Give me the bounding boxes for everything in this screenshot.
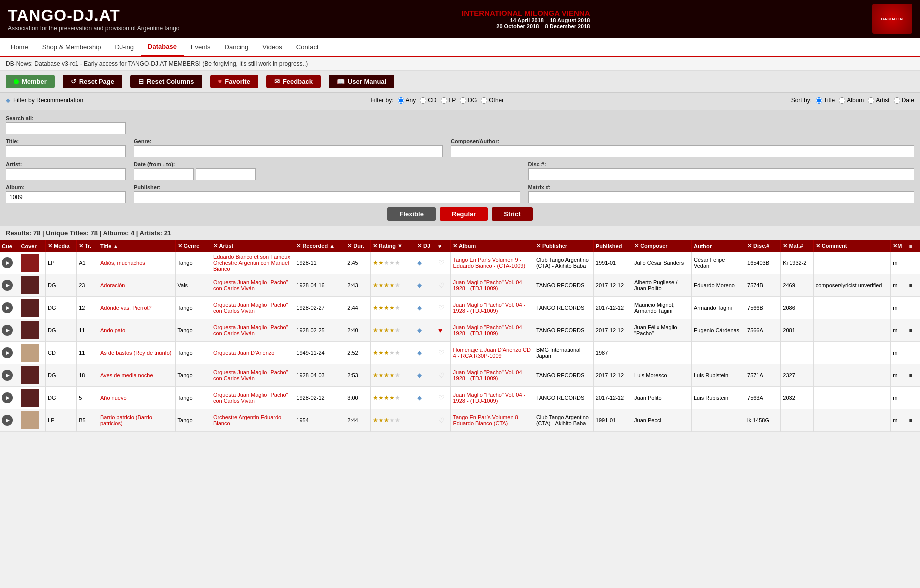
play-button[interactable] <box>2 347 13 358</box>
date-to-input[interactable] <box>196 168 256 180</box>
sort-title[interactable]: Title <box>816 97 835 104</box>
cell-menu[interactable]: ≡ <box>907 252 920 274</box>
col-header-publisher[interactable]: ✕ Publisher <box>534 240 593 252</box>
col-header-cue[interactable]: Cue <box>0 240 19 252</box>
col-header-composer[interactable]: ✕ Composer <box>632 240 692 252</box>
title-link[interactable]: Ando pato <box>100 327 125 333</box>
flexible-button[interactable]: Flexible <box>387 207 435 221</box>
album-link[interactable]: Juan Maglio "Pacho" Vol. 04 - 1928 - (TD… <box>453 302 525 314</box>
matrix-input[interactable] <box>528 191 915 203</box>
title-link[interactable]: Adónde vas, Pierrot? <box>100 305 152 311</box>
cell-menu[interactable]: ≡ <box>907 274 920 297</box>
feedback-button[interactable]: ✉ Feedback <box>266 75 321 88</box>
album-link[interactable]: Juan Maglio "Pacho" Vol. 04 - 1928 - (TD… <box>453 279 525 291</box>
col-header-published[interactable]: Published <box>593 240 632 252</box>
artist-link[interactable]: Eduardo Bianco et son Fameux Orchestre A… <box>213 254 290 272</box>
nav-home[interactable]: Home <box>4 38 35 56</box>
nav-shop[interactable]: Shop & Membership <box>35 38 108 56</box>
filter-cd[interactable]: CD <box>420 97 436 104</box>
col-header-duration[interactable]: ✕ Dur. <box>345 240 370 252</box>
col-header-album[interactable]: ✕ Album <box>451 240 534 252</box>
nav-dancing[interactable]: Dancing <box>218 38 256 56</box>
col-header-menu[interactable]: ≡ <box>907 240 920 252</box>
filter-dg[interactable]: DG <box>460 97 477 104</box>
cell-menu[interactable]: ≡ <box>907 387 920 409</box>
publisher-input[interactable] <box>134 191 520 203</box>
play-button[interactable] <box>2 257 13 268</box>
date-from-input[interactable] <box>134 168 194 180</box>
play-button[interactable] <box>2 370 13 381</box>
col-header-mat[interactable]: ✕ Mat.# <box>781 240 813 252</box>
title-link[interactable]: Adiós, muchachos <box>100 260 145 266</box>
play-button[interactable] <box>2 302 13 313</box>
user-manual-button[interactable]: 📖 User Manual <box>329 75 394 88</box>
col-header-rating[interactable]: ✕ Rating ▼ <box>370 240 415 252</box>
col-header-genre[interactable]: ✕ Genre <box>175 240 211 252</box>
nav-database[interactable]: Database <box>141 38 184 56</box>
nav-contact[interactable]: Contact <box>289 38 326 56</box>
artist-link[interactable]: Orquesta Juan Maglio "Pacho" con Carlos … <box>213 302 288 314</box>
play-button[interactable] <box>2 325 13 336</box>
filter-lp[interactable]: LP <box>441 97 456 104</box>
nav-events[interactable]: Events <box>184 38 218 56</box>
sort-album[interactable]: Album <box>839 97 864 104</box>
album-link[interactable]: Homenaje a Juan D'Arienzo CD 4 - RCA R30… <box>453 347 531 359</box>
cell-menu[interactable]: ≡ <box>907 409 920 432</box>
col-header-disc[interactable]: ✕ Disc.# <box>745 240 781 252</box>
artist-link[interactable]: Orquesta Juan Maglio "Pacho" con Carlos … <box>213 279 288 291</box>
strict-button[interactable]: Strict <box>492 207 532 221</box>
col-header-cover[interactable]: Cover <box>19 240 46 252</box>
sort-artist[interactable]: Artist <box>868 97 889 104</box>
col-header-m[interactable]: ✕M <box>891 240 907 252</box>
title-input[interactable] <box>6 145 126 157</box>
filter-other[interactable]: Other <box>481 97 504 104</box>
composer-input[interactable] <box>451 145 914 157</box>
col-header-comment[interactable]: ✕ Comment <box>813 240 891 252</box>
play-button[interactable] <box>2 280 13 291</box>
search-all-input[interactable] <box>6 122 126 134</box>
album-input[interactable] <box>6 191 126 203</box>
cell-menu[interactable]: ≡ <box>907 364 920 387</box>
album-link[interactable]: Juan Maglio "Pacho" Vol. 04 - 1928 - (TD… <box>453 392 525 404</box>
artist-link[interactable]: Orquesta Juan Maglio "Pacho" con Carlos … <box>213 324 288 336</box>
disc-input[interactable] <box>528 168 915 180</box>
col-header-dj[interactable]: ✕ DJ <box>415 240 436 252</box>
cell-menu[interactable]: ≡ <box>907 342 920 364</box>
artist-link[interactable]: Orquesta Juan Maglio "Pacho" con Carlos … <box>213 369 288 381</box>
cell-menu[interactable]: ≡ <box>907 319 920 342</box>
album-link[interactable]: Juan Maglio "Pacho" Vol. 04 - 1928 - (TD… <box>453 369 525 381</box>
col-header-title[interactable]: Title ▲ <box>98 240 175 252</box>
title-link[interactable]: Adoración <box>100 282 125 288</box>
member-button[interactable]: Member <box>6 75 55 88</box>
filter-recommendation[interactable]: ◆ Filter by Recommendation <box>6 97 83 104</box>
album-link[interactable]: Juan Maglio "Pacho" Vol. 04 - 1928 - (TD… <box>453 324 525 336</box>
col-header-media[interactable]: ✕ Media <box>46 240 77 252</box>
nav-videos[interactable]: Videos <box>255 38 289 56</box>
col-header-recorded[interactable]: ✕ Recorded ▲ <box>294 240 345 252</box>
col-header-fav[interactable]: ♥ <box>436 240 451 252</box>
filter-any[interactable]: Any <box>398 97 416 104</box>
reset-columns-button[interactable]: ⊟ Reset Columns <box>130 75 202 88</box>
col-header-author[interactable]: Author <box>692 240 745 252</box>
artist-link[interactable]: Orquesta Juan D'Arienzo <box>213 350 275 356</box>
title-link[interactable]: Barrio patricio (Barrio patricios) <box>100 414 152 426</box>
col-header-tr[interactable]: ✕ Tr. <box>77 240 98 252</box>
album-link[interactable]: Tango En París Volumen 9 - Eduardo Bianc… <box>453 257 525 269</box>
genre-input[interactable] <box>134 145 443 157</box>
reset-page-button[interactable]: ↺ Reset Page <box>63 75 122 88</box>
col-header-artist[interactable]: ✕ Artist <box>211 240 294 252</box>
artist-link[interactable]: Orchestre Argentin Eduardo Bianco <box>213 414 281 426</box>
title-link[interactable]: Año nuevo <box>100 395 127 401</box>
title-link[interactable]: As de bastos (Rey de triunfo) <box>100 350 171 356</box>
favorite-button[interactable]: ♥ Favorite <box>210 75 258 88</box>
sort-date[interactable]: Date <box>894 97 914 104</box>
regular-button[interactable]: Regular <box>440 207 488 221</box>
album-link[interactable]: Tango En París Volumen 8 - Eduardo Bianc… <box>453 414 521 426</box>
play-button[interactable] <box>2 392 13 403</box>
play-button[interactable] <box>2 415 13 426</box>
title-link[interactable]: Aves de media noche <box>100 372 153 378</box>
cell-menu[interactable]: ≡ <box>907 297 920 319</box>
nav-djing[interactable]: DJ-ing <box>108 38 141 56</box>
artist-input[interactable] <box>6 168 126 180</box>
artist-link[interactable]: Orquesta Juan Maglio "Pacho" con Carlos … <box>213 392 288 404</box>
